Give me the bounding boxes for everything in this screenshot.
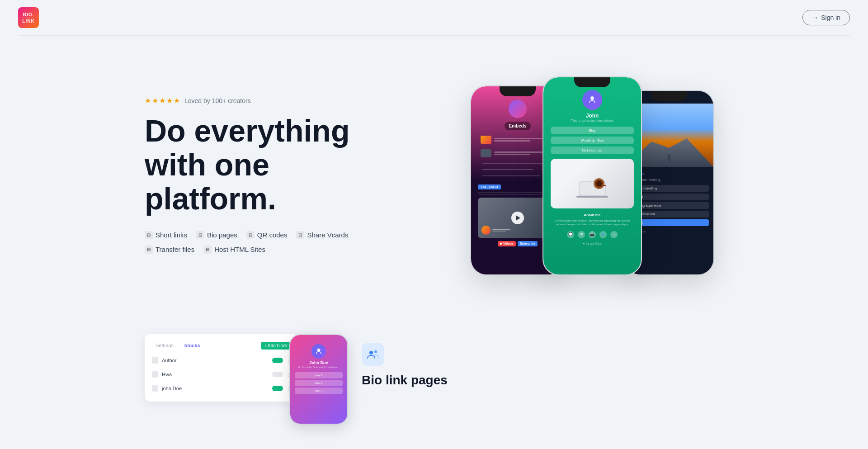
- video-title-line: [492, 229, 510, 230]
- desc-line: [478, 194, 541, 195]
- link-thumb: [481, 149, 491, 157]
- logo-text-bottom: LINK: [22, 19, 34, 24]
- sign-in-icon: →: [812, 14, 818, 21]
- phone-preview-small: John Doe Hi, I'm John Doe and I'm a digi…: [289, 334, 348, 425]
- subscribe-row: ▶ Videos Subscribe: [498, 241, 538, 246]
- hero-title-line2: with one: [145, 147, 269, 182]
- link-line: [494, 140, 530, 142]
- play-triangle-icon: [516, 215, 520, 221]
- hero-title-line1: Do everything: [145, 113, 349, 148]
- esl-badge: ESL_CSGO: [478, 184, 500, 189]
- row-label: john Doe: [162, 386, 269, 391]
- svg-point-9: [374, 350, 377, 353]
- bio-link-icon: [362, 343, 384, 366]
- row-toggle[interactable]: [272, 358, 283, 363]
- link-thumb: [481, 136, 491, 144]
- row-icon: [152, 357, 158, 364]
- loved-by-text: Loved by 100+ creators: [184, 97, 251, 104]
- logo: BIO. LINK: [18, 7, 39, 28]
- hero-left: ★★★★★ Loved by 100+ creators Do everythi…: [145, 96, 371, 255]
- phone-preview-inner: John Doe Hi, I'm John Doe and I'm a digi…: [290, 335, 347, 424]
- center-avatar: [582, 90, 602, 110]
- center-profile-name: John: [586, 113, 599, 119]
- svg-rect-6: [603, 185, 606, 186]
- phone-center-content: John This is just a short description. B…: [543, 77, 641, 274]
- table-row: Author ⋮: [152, 355, 291, 366]
- bottom-cards: Settings blocks ↑ Add block Author ⋮ Hwa: [145, 334, 723, 425]
- subscribe-button[interactable]: ▶ Videos: [498, 241, 516, 246]
- center-about-title: About me: [584, 213, 601, 217]
- settings-preview-group: Settings blocks ↑ Add block Author ⋮ Hwa: [145, 334, 348, 425]
- header: BIO. LINK → Sign in: [0, 0, 868, 35]
- qr-codes-icon: ⊟: [246, 231, 255, 239]
- phone-notch-left: [500, 86, 536, 96]
- feature-host-html: ⊟ Host HTML Sites: [203, 244, 265, 255]
- svg-point-5: [596, 181, 602, 186]
- video-avatar: [481, 226, 491, 235]
- link-line: [494, 154, 530, 155]
- table-row: john Doe ⋮: [152, 383, 291, 394]
- center-link-post[interactable]: My Latest post: [551, 147, 634, 154]
- row-label: Author: [162, 358, 269, 363]
- center-about-text: Lorem ipsum dolor sit amet, consectetur …: [551, 219, 634, 227]
- video-meta: [492, 229, 510, 232]
- coffee-image: [551, 159, 634, 208]
- center-link-blog[interactable]: Blog: [551, 127, 634, 134]
- embeds-label: Embeds: [505, 122, 531, 130]
- preview-links: Link 1 Link 2 Link 3: [295, 372, 343, 394]
- row-icon: [152, 385, 158, 392]
- phone-notch-center: [574, 77, 610, 87]
- feature-transfer-files: ⊟ Transfer files: [145, 244, 194, 255]
- social-email-icon: ✉: [578, 231, 585, 238]
- center-social-icons: 💬 ✉ 📷 🐦 ♪: [567, 231, 618, 238]
- feature-bio-pages: ⊟ Bio pages: [196, 229, 237, 241]
- preview-link-item: Link 1: [295, 372, 343, 378]
- share-vcards-icon: ⊟: [296, 231, 304, 239]
- preview-avatar: [311, 344, 326, 359]
- preview-bio: Hi, I'm John Doe and I'm a digital...: [298, 366, 340, 369]
- settings-tab[interactable]: Settings: [152, 341, 177, 350]
- social-twitter-icon: 🐦: [599, 231, 607, 238]
- row-toggle[interactable]: [272, 386, 283, 391]
- center-link-woodship[interactable]: Woodship I Best: [551, 137, 634, 144]
- settings-bar: Settings blocks ↑ Add block: [152, 341, 291, 350]
- host-html-label: Host HTML Sites: [214, 246, 265, 253]
- transfer-files-icon: ⊟: [145, 246, 153, 254]
- short-links-icon: ⊟: [145, 231, 153, 239]
- svg-rect-2: [576, 196, 608, 198]
- phone-left-avatar: [509, 100, 527, 118]
- video-play-button[interactable]: [511, 212, 524, 224]
- feature-share-vcards: ⊟ Share Vcards: [296, 229, 348, 241]
- center-footer: ★ by profil.bio: [582, 242, 602, 246]
- sign-in-button[interactable]: → Sign in: [802, 10, 850, 25]
- svg-point-7: [317, 349, 320, 352]
- link-line: [482, 175, 540, 176]
- feature-short-links: ⊟ Short links: [145, 229, 187, 241]
- social-instagram-icon: 📷: [589, 231, 596, 238]
- row-toggle[interactable]: [272, 372, 283, 377]
- bio-pages-icon: ⊟: [196, 231, 204, 239]
- feature-qr-codes: ⊟ QR codes: [246, 229, 288, 241]
- blocks-tab[interactable]: blocks: [181, 341, 204, 350]
- add-block-button[interactable]: ↑ Add block: [261, 342, 291, 350]
- twitter-button[interactable]: Subscribe: [518, 241, 538, 246]
- social-whatsapp-icon: 💬: [567, 231, 574, 238]
- social-tiktok-icon: ♪: [610, 231, 618, 238]
- share-vcards-label: Share Vcards: [307, 231, 348, 239]
- preview-name: John Doe: [309, 360, 328, 365]
- preview-link-item: Link 3: [295, 388, 343, 394]
- video-sub-line: [492, 231, 506, 232]
- link-line: [482, 163, 547, 164]
- bio-pages-label: Bio pages: [207, 231, 237, 239]
- hero-title: Do everything with one platform.: [145, 114, 371, 215]
- logo-divider: [22, 18, 35, 18]
- video-user-row: [481, 226, 510, 235]
- block-rows: Author ⋮ Hwa ⋮ john Doe ⋮: [152, 355, 291, 394]
- logo-box: BIO. LINK: [18, 7, 39, 28]
- host-html-icon: ⊟: [203, 246, 212, 254]
- logo-text-top: BIO.: [23, 12, 34, 17]
- settings-card: Settings blocks ↑ Add block Author ⋮ Hwa: [145, 334, 298, 402]
- center-link-buttons: Blog Woodship I Best My Latest post: [551, 127, 634, 154]
- coffee-placeholder: [551, 159, 634, 208]
- phone-mockups-container: Embeds: [470, 72, 723, 280]
